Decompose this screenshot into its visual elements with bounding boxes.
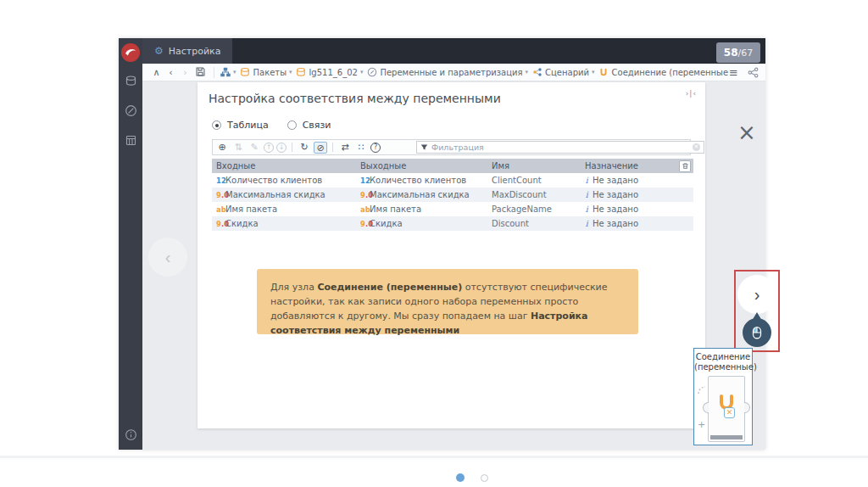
- table-row[interactable]: 12Количество клиентов12Количество клиент…: [212, 173, 693, 188]
- collapse-panel-icon[interactable]: ›|‹: [686, 89, 697, 98]
- input-variable: Имя пакета: [225, 204, 277, 214]
- gear-icon: ⚙: [154, 46, 164, 56]
- help-icon[interactable]: ?: [370, 143, 381, 153]
- type-icon: 12: [356, 176, 370, 185]
- menu-icon[interactable]: ≡: [729, 67, 738, 78]
- mapping-table-body: 12Количество клиентов12Количество клиент…: [212, 173, 693, 231]
- auto-match-icon[interactable]: ⇅: [231, 142, 245, 154]
- mapping-table: Входные Выходные Имя Назначение 12Количе…: [212, 159, 693, 231]
- design-icon[interactable]: [122, 102, 139, 119]
- variable-name: PackageName: [487, 204, 581, 214]
- breadcrumb: ▾Пакеты▾lg511_6_02▾Переменные и параметр…: [220, 67, 729, 78]
- output-variable: Количество клиентов: [370, 176, 466, 185]
- relink-icon[interactable]: ↻: [298, 142, 311, 154]
- settings-panel: ›|‹ Настройка соответствия между перемен…: [198, 82, 705, 428]
- input-port-icon[interactable]: [703, 402, 709, 413]
- type-icon: 9.0: [212, 191, 225, 199]
- toolbar-separator: [214, 67, 214, 78]
- type-icon: 9.0: [212, 220, 225, 228]
- unlink-icon[interactable]: ⊘: [314, 142, 327, 154]
- variables-icon: [366, 67, 377, 78]
- assignment-value: Не задано: [593, 204, 638, 214]
- chevron-down-icon: ▾: [592, 69, 595, 76]
- share-icon[interactable]: [748, 67, 759, 78]
- trash-icon[interactable]: [679, 160, 691, 172]
- variable-name: MaxDiscount: [487, 190, 581, 199]
- chevron-down-icon: ▾: [360, 69, 364, 76]
- prev-slide-button[interactable]: ‹: [148, 238, 187, 277]
- page-dot-1[interactable]: [456, 473, 465, 482]
- tab-label: Настройка: [169, 46, 221, 57]
- join-variables-node[interactable]: + ✕: [708, 376, 745, 442]
- swap-icon[interactable]: ⇄: [338, 142, 352, 154]
- add-icon[interactable]: ⊕: [215, 142, 229, 154]
- chevron-left-icon[interactable]: ‹: [164, 68, 178, 77]
- chevron-down-icon: ▾: [289, 69, 292, 76]
- info-icon[interactable]: i: [581, 190, 593, 199]
- hint-note: Для узла Соединение (переменные) отсутст…: [257, 269, 638, 334]
- input-variable: Количество клиентов: [225, 176, 322, 185]
- chevron-down-icon: ▾: [526, 69, 529, 76]
- node-label: Соединение (переменные): [694, 352, 752, 372]
- reports-icon[interactable]: [122, 132, 139, 148]
- close-icon[interactable]: ×: [736, 122, 758, 144]
- info-icon[interactable]: i: [581, 176, 593, 185]
- package-icon: [296, 67, 307, 78]
- sidebar-icons: [119, 72, 142, 148]
- variable-name: ClientCount: [487, 176, 581, 185]
- type-icon: 12: [212, 176, 225, 185]
- breadcrumb-label: lg511_6_02: [309, 68, 358, 77]
- toolbar-separator: [292, 143, 292, 152]
- history-nav: ∧‹›: [149, 68, 192, 77]
- radio-table[interactable]: Таблица: [212, 120, 269, 131]
- save-icon[interactable]: [192, 66, 209, 79]
- info-icon[interactable]: [122, 426, 139, 443]
- table-row[interactable]: 9.0Скидка9.0СкидкаDiscountiНе задано: [212, 216, 693, 231]
- badge-total: /67: [738, 48, 754, 59]
- table-row[interactable]: 9.0Максимальная скидка9.0Максимальная ск…: [212, 188, 693, 202]
- move-up-icon[interactable]: ↑: [264, 143, 274, 153]
- spread-icon[interactable]: ∷: [354, 142, 368, 154]
- breadcrumb-item[interactable]: lg511_6_02▾: [296, 67, 364, 78]
- app-logo-icon[interactable]: [120, 42, 141, 63]
- output-port-icon[interactable]: [744, 402, 750, 413]
- tab-bar: ⚙ Настройка: [142, 38, 765, 64]
- next-step-highlight: ›: [734, 270, 780, 352]
- toolbar-right-group: ≡: [729, 67, 759, 78]
- breadcrumb-item[interactable]: ▾: [220, 67, 236, 78]
- next-slide-button[interactable]: ›: [737, 275, 776, 314]
- breadcrumb-item[interactable]: Сценарий▾: [531, 67, 594, 78]
- clear-filter-icon[interactable]: ✕: [693, 143, 700, 151]
- packages-icon[interactable]: [122, 72, 139, 89]
- variable-name: Discount: [487, 219, 581, 228]
- col-header-input: Входные: [212, 161, 356, 171]
- info-icon[interactable]: i: [581, 204, 593, 214]
- breadcrumb-item[interactable]: Пакеты▾: [240, 67, 292, 78]
- col-header-assignment: Назначение: [581, 161, 676, 171]
- note-text: Для узла Соединение (переменные) отсутст…: [270, 280, 625, 338]
- page-dot-2[interactable]: [481, 474, 488, 482]
- add-port-icon[interactable]: +: [698, 419, 705, 430]
- page-divider: [0, 456, 868, 458]
- assignment-value: Не задано: [593, 176, 638, 185]
- info-icon[interactable]: i: [581, 219, 593, 228]
- col-header-name: Имя: [487, 161, 581, 171]
- assignment-value: Не задано: [593, 190, 638, 199]
- table-header: Входные Выходные Имя Назначение: [212, 159, 693, 173]
- chevron-up-icon[interactable]: ∧: [149, 68, 164, 77]
- radio-links[interactable]: Связи: [287, 120, 331, 131]
- mapping-toolbar: ⊕⇅✎↑↓↻⊘⇄∷? ✕: [212, 139, 691, 155]
- chevron-right-icon[interactable]: ›: [178, 68, 192, 77]
- input-variable: Скидка: [225, 219, 259, 228]
- page-title: Настройка соответствия между переменными: [209, 92, 501, 105]
- node-preview: Соединение (переменные) + ✕: [693, 348, 753, 445]
- filter-input[interactable]: [431, 143, 689, 152]
- breadcrumb-item[interactable]: Соединение (переменные)▾: [598, 67, 730, 78]
- slide: ⚙ Настройка 58/67 ∧‹› ▾Пакеты▾lg511_6_02…: [119, 38, 765, 450]
- input-variable: Максимальная скидка: [225, 190, 326, 199]
- move-down-icon[interactable]: ↓: [276, 143, 287, 153]
- breadcrumb-item[interactable]: Переменные и параметризация▾: [366, 67, 528, 78]
- edit-link-icon[interactable]: ✎: [248, 142, 261, 154]
- table-row[interactable]: abИмя пакетаabИмя пакетаPackageNameiНе з…: [212, 202, 693, 216]
- tab-settings[interactable]: ⚙ Настройка: [142, 38, 232, 64]
